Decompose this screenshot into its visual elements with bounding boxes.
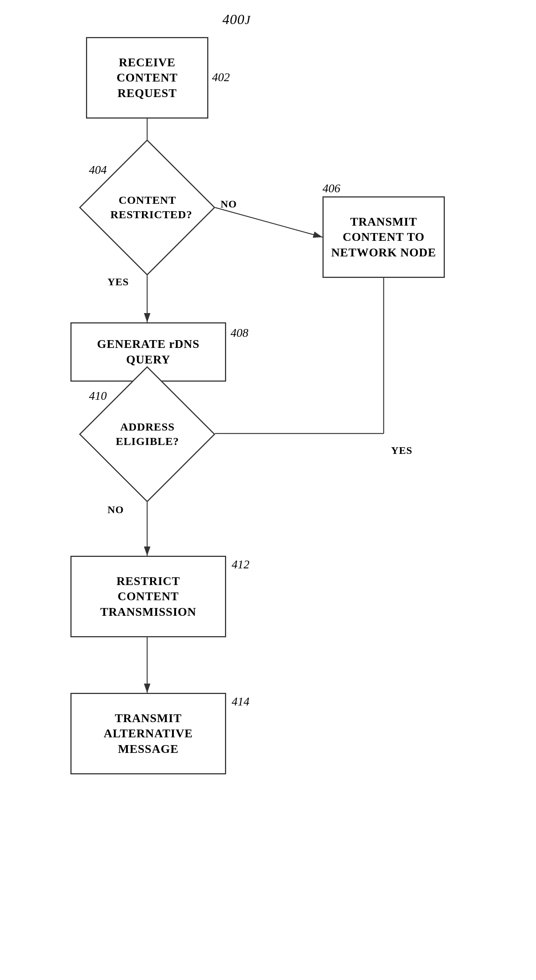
box-transmit-alternative: TRANSMIT ALTERNATIVE MESSAGE <box>70 693 226 774</box>
fig-number: 400 <box>222 11 245 27</box>
flowchart-diagram: 400J RECEIVE CONTENT REQUEST 402 CONTENT… <box>0 0 536 980</box>
step-label-414: 414 <box>232 695 249 708</box>
label-no-2: NO <box>107 504 124 516</box>
step-label-412: 412 <box>232 558 249 571</box>
step-label-402: 402 <box>212 70 230 84</box>
connector-lines <box>0 0 536 980</box>
step-label-406: 406 <box>322 181 340 195</box>
step-label-410: 410 <box>89 389 107 403</box>
label-yes-1: YES <box>107 276 129 288</box>
diamond-address-eligible: ADDRESSELIGIBLE? <box>99 386 195 482</box>
step-label-404: 404 <box>89 163 107 177</box>
box-receive-content-request: RECEIVE CONTENT REQUEST <box>86 37 208 119</box>
diamond-content-restricted: CONTENTRESTRICTED? <box>99 159 195 256</box>
svg-line-4 <box>215 207 322 237</box>
label-no-1: NO <box>220 198 237 210</box>
box-restrict-content: RESTRICT CONTENT TRANSMISSION <box>70 556 226 637</box>
label-yes-2: YES <box>391 445 412 457</box>
diamond-404-text: CONTENTRESTRICTED? <box>110 192 185 221</box>
fig-suffix: J <box>245 13 250 27</box>
box-transmit-content-network: TRANSMIT CONTENT TO NETWORK NODE <box>322 196 445 278</box>
figure-label: 400J <box>222 11 250 27</box>
step-label-408: 408 <box>231 326 248 340</box>
diamond-410-text: ADDRESSELIGIBLE? <box>110 419 185 448</box>
